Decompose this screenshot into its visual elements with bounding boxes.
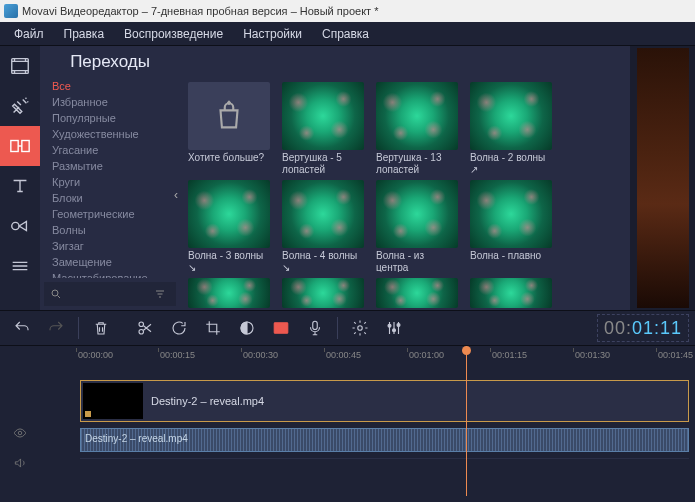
clip-label: Destiny-2 – reveal.mp4 [151, 395, 264, 407]
window-title: Movavi Видеоредактор – 7-дневная пробная… [22, 5, 378, 17]
audio-icon[interactable] [13, 456, 27, 470]
svg-rect-10 [313, 321, 318, 329]
video-clip[interactable]: Destiny-2 – reveal.mp4 [80, 380, 689, 422]
transition-thumbnail [282, 180, 364, 248]
category-blocks[interactable]: Блоки [52, 190, 174, 206]
tool-filters[interactable] [0, 86, 40, 126]
shopping-bag-icon [188, 82, 270, 150]
filter-icon[interactable] [154, 288, 166, 300]
clip-label: Destiny-2 – reveal.mp4 [85, 433, 188, 444]
category-zigzag[interactable]: Зигзаг [52, 238, 174, 254]
mic-button[interactable] [299, 312, 331, 344]
transition-thumbnail [376, 82, 458, 150]
transition-label: Вертушка - 13 лопастей [376, 150, 458, 174]
image-button[interactable] [265, 312, 297, 344]
tool-stickers[interactable] [0, 206, 40, 246]
transition-more[interactable]: Хотите больше? [188, 82, 270, 174]
category-all[interactable]: Все [52, 78, 174, 94]
transition-item[interactable]: Вертушка - 13 лопастей [376, 82, 458, 174]
transition-thumbnail [282, 82, 364, 150]
transition-label: Волна - из центра [376, 248, 458, 272]
transitions-grid-wrapper: Хотите больше? Вертушка - 5 лопастей Вер… [180, 46, 630, 310]
svg-point-4 [52, 290, 58, 296]
color-button[interactable] [231, 312, 263, 344]
tool-titles[interactable] [0, 166, 40, 206]
category-artistic[interactable]: Художественные [52, 126, 174, 142]
svg-point-6 [139, 322, 144, 327]
transition-thumbnail [188, 180, 270, 248]
svg-point-15 [18, 431, 22, 435]
svg-point-12 [388, 324, 391, 327]
audio-clip[interactable]: Destiny-2 – reveal.mp4 [80, 428, 689, 452]
category-favorites[interactable]: Избранное [52, 94, 174, 110]
category-circles[interactable]: Круги [52, 174, 174, 190]
settings-button[interactable] [344, 312, 376, 344]
category-waves[interactable]: Волны [52, 222, 174, 238]
transition-item[interactable]: Волна - 3 волны ↘ [188, 180, 270, 272]
transition-item[interactable]: Волна - 2 волны ↗ [470, 82, 552, 174]
crop-button[interactable] [197, 312, 229, 344]
equalizer-button[interactable] [378, 312, 410, 344]
transition-thumbnail [376, 180, 458, 248]
ruler-tick: 00:01:30 [575, 350, 610, 360]
transition-thumbnail[interactable] [470, 278, 552, 308]
transition-thumbnail[interactable] [376, 278, 458, 308]
transition-item[interactable]: Вертушка - 5 лопастей [282, 82, 364, 174]
transition-thumbnail [470, 180, 552, 248]
category-list: Все Избранное Популярные Художественные … [40, 78, 180, 278]
redo-button[interactable] [40, 312, 72, 344]
tool-more[interactable] [0, 246, 40, 286]
menu-bar: Файл Правка Воспроизведение Настройки Сп… [0, 22, 695, 46]
svg-point-9 [278, 325, 280, 327]
category-blur[interactable]: Размытие [52, 158, 174, 174]
tool-transitions[interactable] [0, 126, 40, 166]
category-fade[interactable]: Угасание [52, 142, 174, 158]
cut-button[interactable] [129, 312, 161, 344]
timecode-value: 01:11 [632, 318, 682, 338]
delete-button[interactable] [85, 312, 117, 344]
ruler-tick: 00:00:45 [326, 350, 361, 360]
title-bar: Movavi Видеоредактор – 7-дневная пробная… [0, 0, 695, 22]
search-icon[interactable] [50, 288, 62, 300]
playhead[interactable] [466, 346, 467, 496]
menu-file[interactable]: Файл [4, 27, 54, 41]
undo-button[interactable] [6, 312, 38, 344]
app-logo-icon [4, 4, 18, 18]
tool-media[interactable] [0, 46, 40, 86]
empty-track[interactable] [80, 458, 689, 484]
menu-playback[interactable]: Воспроизведение [114, 27, 233, 41]
collapse-sidebar-icon[interactable]: ‹ [174, 188, 178, 202]
transition-thumbnail[interactable] [188, 278, 270, 308]
transition-thumbnail [470, 82, 552, 150]
transition-item[interactable]: Волна - плавно [470, 180, 552, 272]
timeline-toolbar: 00:01:11 [0, 310, 695, 346]
preview-pane [630, 46, 695, 310]
svg-point-13 [393, 329, 396, 332]
timecode-display[interactable]: 00:01:11 [597, 314, 689, 342]
svg-point-5 [139, 330, 144, 335]
tracks-area[interactable]: Destiny-2 – reveal.mp4 Destiny-2 – revea… [40, 366, 695, 502]
menu-edit[interactable]: Правка [54, 27, 115, 41]
transition-item[interactable]: Волна - 4 волны ↘ [282, 180, 364, 272]
rotate-button[interactable] [163, 312, 195, 344]
track-controls [0, 366, 40, 502]
category-popular[interactable]: Популярные [52, 110, 174, 126]
svg-point-11 [358, 326, 363, 331]
ruler-tick: 00:01:15 [492, 350, 527, 360]
transition-thumbnail[interactable] [282, 278, 364, 308]
category-replace[interactable]: Замещение [52, 254, 174, 270]
ruler-tick: 00:00:00 [78, 350, 113, 360]
transition-label: Волна - 4 волны ↘ [282, 248, 364, 272]
transition-item[interactable]: Волна - из центра [376, 180, 458, 272]
visibility-icon[interactable] [13, 426, 27, 440]
left-toolbar [0, 46, 40, 310]
transitions-grid[interactable]: Хотите больше? Вертушка - 5 лопастей Вер… [180, 78, 630, 310]
menu-settings[interactable]: Настройки [233, 27, 312, 41]
transition-label: Волна - плавно [470, 248, 552, 272]
timeline-ruler[interactable]: 00:00:00 00:00:15 00:00:30 00:00:45 00:0… [0, 346, 695, 366]
category-geometric[interactable]: Геометрические [52, 206, 174, 222]
ruler-tick: 00:00:30 [243, 350, 278, 360]
category-zoom[interactable]: Масштабирование [52, 270, 174, 278]
menu-help[interactable]: Справка [312, 27, 379, 41]
category-sidebar: Переходы Все Избранное Популярные Художе… [40, 46, 180, 310]
